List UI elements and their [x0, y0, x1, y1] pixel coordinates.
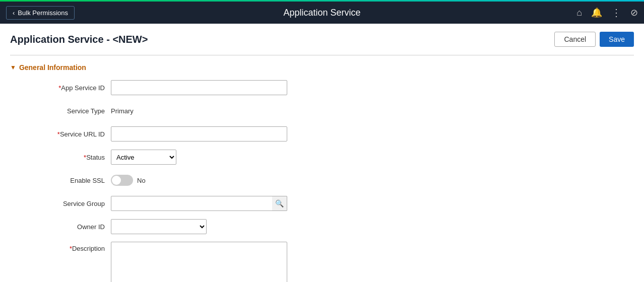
more-icon[interactable]: ⋮: [611, 7, 621, 19]
app-service-id-label: App Service ID: [20, 84, 111, 92]
service-url-id-label: Service URL ID: [20, 130, 111, 138]
search-icon: 🔍: [275, 199, 284, 207]
status-row: Status Active Inactive: [20, 149, 634, 165]
cancel-button[interactable]: Cancel: [554, 32, 596, 47]
description-row: Description: [20, 242, 634, 282]
back-button-label: Bulk Permissions: [18, 9, 68, 17]
enable-ssl-label: Enable SSL: [20, 177, 111, 184]
status-label: Status: [20, 154, 111, 161]
bell-icon[interactable]: 🔔: [591, 7, 602, 18]
topbar: ‹ Bulk Permissions Application Service ⌂…: [0, 2, 644, 24]
back-button[interactable]: ‹ Bulk Permissions: [6, 6, 75, 20]
owner-id-select[interactable]: [111, 219, 207, 234]
section-divider: [10, 55, 634, 55]
app-service-id-row: App Service ID: [20, 80, 634, 96]
enable-ssl-toggle[interactable]: [111, 175, 133, 186]
enable-ssl-toggle-container: No: [111, 175, 146, 186]
description-textarea[interactable]: [111, 242, 287, 282]
status-select[interactable]: Active Inactive: [111, 150, 176, 165]
service-type-value: Primary: [111, 107, 134, 115]
service-group-input[interactable]: [111, 196, 287, 211]
service-group-input-container: 🔍: [111, 196, 287, 211]
service-group-label: Service Group: [20, 200, 111, 207]
enable-ssl-row: Enable SSL No: [20, 172, 634, 188]
toggle-slider: [111, 175, 133, 186]
owner-id-label: Owner ID: [20, 223, 111, 231]
page-header: Application Service - <NEW> Cancel Save: [10, 32, 634, 47]
service-url-id-row: Service URL ID: [20, 126, 634, 142]
service-url-id-input[interactable]: [111, 126, 287, 142]
cancel-circle-icon[interactable]: ⊘: [630, 7, 638, 18]
chevron-down-icon: ▼: [10, 64, 16, 71]
save-button[interactable]: Save: [600, 32, 634, 47]
section-title: General Information: [19, 63, 86, 72]
topbar-title: Application Service: [283, 8, 360, 18]
enable-ssl-value: No: [137, 177, 146, 184]
home-icon[interactable]: ⌂: [576, 8, 582, 18]
back-arrow-icon: ‹: [13, 9, 15, 17]
section-header: ▼ General Information: [10, 63, 634, 72]
service-group-row: Service Group 🔍: [20, 195, 634, 212]
topbar-icons: ⌂ 🔔 ⋮ ⊘: [576, 7, 638, 19]
app-service-id-input[interactable]: [111, 80, 287, 95]
description-label: Description: [20, 242, 111, 252]
owner-id-row: Owner ID: [20, 219, 634, 235]
page-title: Application Service - <NEW>: [10, 34, 148, 45]
form-area: App Service ID Service Type Primary Serv…: [10, 80, 634, 282]
header-actions: Cancel Save: [554, 32, 634, 47]
service-type-label: Service Type: [20, 107, 111, 115]
service-type-row: Service Type Primary: [20, 103, 634, 119]
page-content: Application Service - <NEW> Cancel Save …: [0, 24, 644, 282]
service-group-search-button[interactable]: 🔍: [272, 196, 287, 211]
